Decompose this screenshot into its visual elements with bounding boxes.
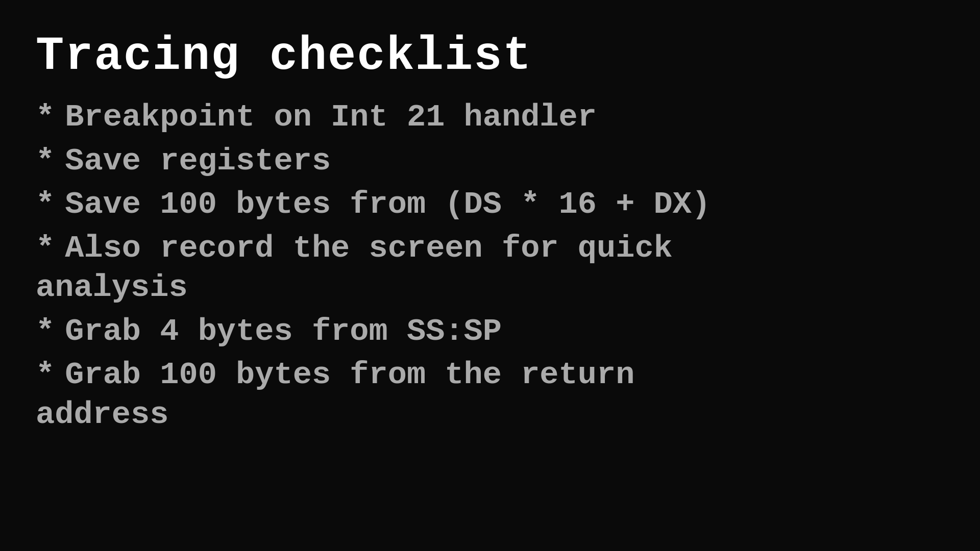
- list-item: * Save 100 bytes from (DS * 16 + DX): [36, 185, 710, 224]
- page-content: Tracing checklist * Breakpoint on Int 21…: [36, 31, 710, 434]
- item-text: Grab 4 bytes from SS:SP: [65, 312, 502, 352]
- item-text: Breakpoint on Int 21 handler: [65, 97, 597, 137]
- bullet-icon: *: [36, 97, 55, 137]
- checklist: * Breakpoint on Int 21 handler * Save re…: [36, 97, 710, 434]
- bullet-icon: *: [36, 185, 55, 224]
- bullet-icon: *: [36, 229, 55, 268]
- bullet-icon: *: [36, 355, 55, 395]
- item-text-line1: Grab 100 bytes from the return: [65, 355, 634, 395]
- item-text: Save 100 bytes from (DS * 16 + DX): [65, 185, 710, 224]
- item-text-line1: Also record the screen for quick: [65, 229, 673, 268]
- item-text-line2: address: [36, 395, 710, 435]
- list-item: * Also record the screen for quick analy…: [36, 229, 710, 308]
- list-item: * Grab 100 bytes from the return address: [36, 355, 710, 434]
- list-item: * Breakpoint on Int 21 handler: [36, 97, 710, 137]
- list-item: * Grab 4 bytes from SS:SP: [36, 312, 710, 352]
- bullet-icon: *: [36, 141, 55, 181]
- item-text: Save registers: [65, 141, 331, 181]
- bullet-icon: *: [36, 312, 55, 352]
- item-text-line2: analysis: [36, 268, 710, 308]
- page-title: Tracing checklist: [36, 31, 710, 82]
- list-item: * Save registers: [36, 141, 710, 181]
